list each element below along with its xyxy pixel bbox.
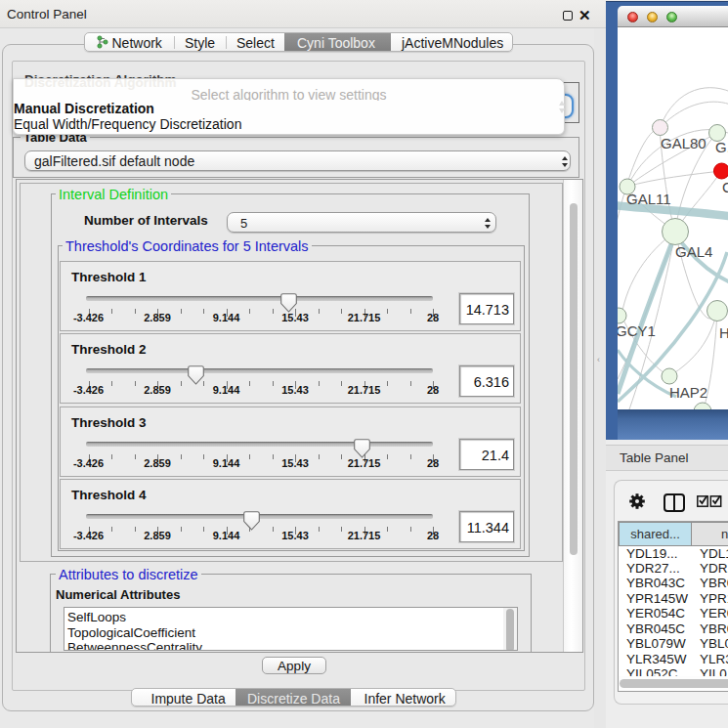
- svg-text:GCY1: GCY1: [618, 322, 656, 339]
- svg-text:C: C: [722, 179, 728, 195]
- svg-text:GAL80: GAL80: [661, 135, 707, 151]
- svg-text:G.: G.: [715, 139, 728, 155]
- svg-text:GAL4: GAL4: [675, 243, 712, 260]
- svg-text:HAP2: HAP2: [669, 384, 707, 401]
- svg-text:GAL11: GAL11: [626, 191, 671, 207]
- svg-text:H: H: [719, 324, 728, 341]
